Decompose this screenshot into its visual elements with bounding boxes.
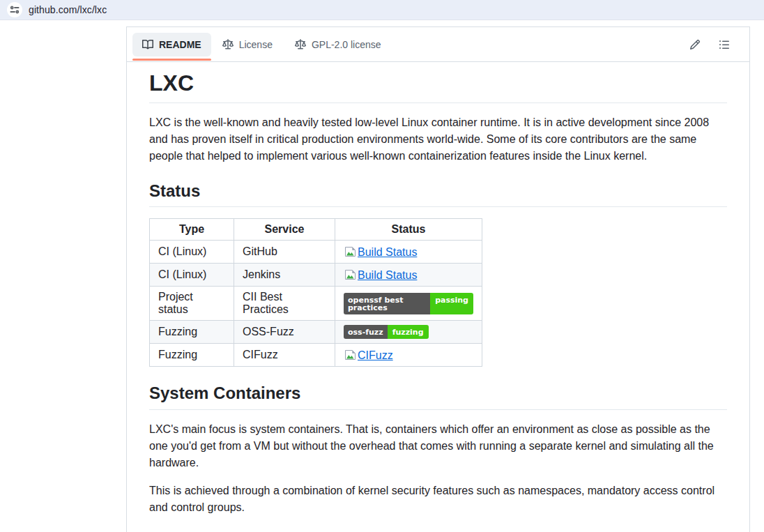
badge-label: openssf best practices: [344, 293, 430, 314]
readme-panel: README License GPL-2.0 license: [126, 26, 750, 532]
oss-fuzz-badge[interactable]: oss-fuzzfuzzing: [344, 325, 429, 339]
table-row: CI (Linux) GitHub Build Status: [150, 241, 482, 264]
table-row: Project status CII Best Practices openss…: [150, 287, 482, 321]
law-icon: [295, 39, 306, 50]
cell-service: CIFuzz: [234, 344, 335, 367]
cell-status: oss-fuzzfuzzing: [335, 321, 482, 344]
tab-gpl-license[interactable]: GPL-2.0 license: [284, 33, 392, 56]
list-unordered-icon: [719, 39, 730, 50]
table-row: Fuzzing CIFuzz CIFuzz: [150, 344, 482, 367]
book-icon: [142, 39, 153, 50]
cell-type: Project status: [150, 287, 234, 321]
broken-image-icon: [344, 349, 357, 363]
table-header-row: Type Service Status: [150, 219, 482, 241]
table-row: CI (Linux) Jenkins Build Status: [150, 264, 482, 287]
system-containers-paragraph-1: LXC's main focus is system containers. T…: [149, 421, 727, 471]
status-table: Type Service Status CI (Linux) GitHub Bu…: [149, 218, 482, 367]
readme-article: LXC LXC is the well-known and heavily te…: [127, 62, 749, 532]
status-heading: Status: [149, 181, 727, 208]
browser-url-bar[interactable]: github.com/lxc/lxc: [0, 0, 764, 20]
cell-service: CII Best Practices: [234, 287, 335, 321]
edit-readme-button[interactable]: [689, 39, 701, 50]
cell-type: Fuzzing: [150, 321, 234, 344]
cell-status: Build Status: [335, 264, 482, 287]
page-title: LXC: [149, 68, 727, 103]
col-header-type: Type: [150, 219, 234, 241]
tab-readme-label: README: [159, 39, 201, 50]
openssf-best-practices-badge[interactable]: openssf best practicespassing: [344, 293, 473, 314]
cell-type: CI (Linux): [150, 241, 234, 264]
system-containers-heading: System Containers: [149, 383, 727, 410]
badge-value: passing: [430, 293, 473, 314]
cell-status: Build Status: [335, 241, 482, 264]
cifuzz-link[interactable]: CIFuzz: [358, 349, 393, 362]
cell-service: GitHub: [234, 241, 335, 264]
tab-license[interactable]: License: [211, 33, 284, 56]
col-header-service: Service: [234, 219, 335, 241]
table-row: Fuzzing OSS-Fuzz oss-fuzzfuzzing: [150, 321, 482, 344]
col-header-status: Status: [335, 219, 482, 241]
site-settings-button[interactable]: [7, 2, 22, 17]
url-text[interactable]: github.com/lxc/lxc: [29, 4, 107, 15]
outline-button[interactable]: [719, 39, 730, 50]
tab-license-label: License: [239, 39, 273, 50]
system-containers-paragraph-2: This is achieved through a combination o…: [149, 482, 727, 516]
broken-image-icon: [344, 246, 357, 260]
pencil-icon: [689, 39, 701, 50]
tab-gpl-license-label: GPL-2.0 license: [312, 39, 381, 50]
tabstrip-actions: [689, 39, 738, 50]
cell-type: Fuzzing: [150, 344, 234, 367]
cell-service: Jenkins: [234, 264, 335, 287]
law-icon: [222, 39, 234, 50]
tab-readme[interactable]: README: [132, 33, 211, 56]
cell-status: CIFuzz: [335, 344, 482, 367]
build-status-link[interactable]: Build Status: [358, 246, 417, 259]
badge-value: fuzzing: [388, 325, 429, 339]
cell-service: OSS-Fuzz: [234, 321, 335, 344]
build-status-link[interactable]: Build Status: [358, 269, 417, 282]
readme-tabstrip: README License GPL-2.0 license: [127, 27, 749, 62]
broken-image-icon: [344, 269, 357, 283]
cell-status: openssf best practicespassing: [335, 287, 482, 321]
intro-paragraph: LXC is the well-known and heavily tested…: [149, 114, 727, 165]
badge-label: oss-fuzz: [344, 325, 388, 339]
cell-type: CI (Linux): [150, 264, 234, 287]
site-settings-sliders-icon: [10, 5, 20, 15]
